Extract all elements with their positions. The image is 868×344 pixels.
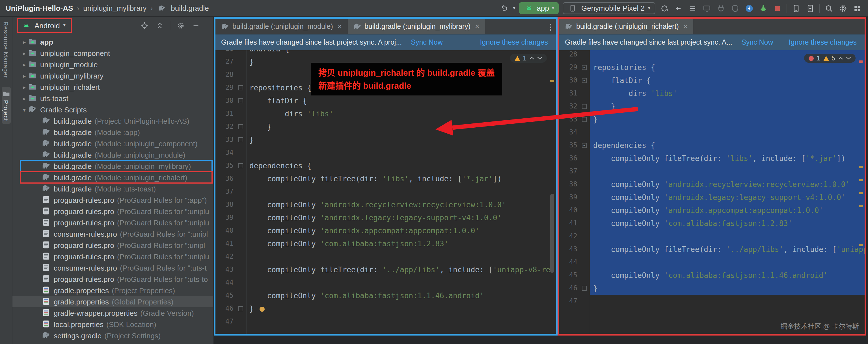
fold-gutter[interactable] <box>235 185 246 198</box>
code-text[interactable]: compileOnly 'com.alibaba:fastjson:1.1.46… <box>246 289 556 302</box>
resource-manager-tool-button[interactable]: Resource Manager <box>3 22 9 78</box>
tree-item-uniplugin-module[interactable]: ▸uniplugin_module <box>12 59 213 70</box>
line-number[interactable]: 42 <box>215 250 235 263</box>
close-tab-icon[interactable]: × <box>475 22 479 31</box>
fold-gutter[interactable] <box>579 256 590 269</box>
code-text[interactable]: compileOnly 'com.alibaba:fastjson:1.2.83… <box>246 237 556 250</box>
logcat-icon[interactable] <box>805 3 815 13</box>
fold-gutter[interactable] <box>579 282 590 295</box>
fold-gutter[interactable]: - <box>235 81 246 94</box>
sync-icon[interactable] <box>659 3 670 13</box>
fold-gutter[interactable] <box>235 211 246 224</box>
line-number[interactable]: 31 <box>559 87 579 100</box>
code-text[interactable]: } <box>590 113 865 126</box>
line-number[interactable]: 45 <box>215 289 235 302</box>
code-text[interactable] <box>590 126 865 139</box>
fold-gutter[interactable] <box>579 113 590 126</box>
fold-gutter[interactable] <box>235 107 246 120</box>
tree-item-proguard-rules-pro[interactable]: proguard-rules.pro(ProGuard Rules for ":… <box>12 217 213 228</box>
code-text[interactable]: compileOnly fileTree(dir: 'libs', includ… <box>246 172 556 185</box>
fold-gutter[interactable] <box>235 172 246 185</box>
tree-item-gradle-properties[interactable]: gradle.properties(Project Properties) <box>12 285 213 296</box>
line-number[interactable]: 45 <box>559 269 579 282</box>
line-number[interactable]: 32 <box>215 120 235 133</box>
fold-gutter[interactable] <box>579 191 590 204</box>
fold-gutter[interactable] <box>579 100 590 113</box>
fold-gutter[interactable] <box>235 68 246 81</box>
code-text[interactable]: compileOnly 'androidx.appcompat:appcompa… <box>590 204 865 217</box>
fold-gutter[interactable] <box>235 55 246 68</box>
code-text[interactable] <box>590 295 865 308</box>
gear-icon[interactable] <box>175 20 185 31</box>
code-text[interactable] <box>590 165 865 178</box>
code-text[interactable]: dirs 'libs' <box>590 87 865 100</box>
inspections-widget[interactable]: 1 <box>510 54 547 63</box>
line-number[interactable]: 35 <box>559 139 579 152</box>
scrollbar-thumb[interactable] <box>550 194 554 273</box>
tree-item-gradle-properties[interactable]: gradle.properties(Global Properties) <box>12 296 213 307</box>
tree-item-uniplugin-richalert[interactable]: ▸uniplugin_richalert <box>12 81 213 93</box>
line-number[interactable]: 47 <box>215 315 235 328</box>
line-number[interactable]: 41 <box>559 217 579 230</box>
sync-now-link[interactable]: Sync Now <box>741 38 773 46</box>
tree-item-settings-gradle[interactable]: settings.gradle(Project Settings) <box>12 330 213 341</box>
tree-expand-icon[interactable]: ▸ <box>20 95 28 101</box>
line-number[interactable]: 29 <box>559 61 579 74</box>
tree-expand-icon[interactable]: ▾ <box>20 106 28 113</box>
code-text[interactable]: compileOnly 'com.alibaba:fastjson:1.1.46… <box>590 269 865 282</box>
shield-icon[interactable] <box>730 3 740 13</box>
code-text[interactable]: } <box>246 133 556 146</box>
fold-icon[interactable]: - <box>238 98 243 103</box>
tree-item-uts-toast[interactable]: ▸uts-toast <box>12 93 213 104</box>
line-number[interactable]: 34 <box>559 126 579 139</box>
fold-icon[interactable]: - <box>582 65 587 70</box>
code-text[interactable] <box>246 250 556 263</box>
fold-gutter[interactable]: - <box>235 159 246 172</box>
fold-icon[interactable]: - <box>238 163 243 168</box>
fold-gutter[interactable] <box>235 198 246 211</box>
notification-dot[interactable] <box>259 307 265 312</box>
plug-icon[interactable] <box>716 3 726 13</box>
locate-icon[interactable] <box>139 20 149 31</box>
line-number[interactable]: 38 <box>215 198 235 211</box>
editor-tab[interactable]: build.gradle (:uniplugin_richalert)× <box>559 19 693 34</box>
line-number[interactable]: 26 <box>215 50 235 55</box>
apply-changes-icon[interactable] <box>744 3 754 13</box>
code-text[interactable]: compileOnly 'com.alibaba:fastjson:1.2.83… <box>590 217 865 230</box>
code-text[interactable]: compileOnly 'androidx.recyclerview:recyc… <box>246 198 556 211</box>
device-manager-icon[interactable] <box>791 3 801 13</box>
tree-item-proguard-rules-pro[interactable]: proguard-rules.pro(ProGuard Rules for ":… <box>12 194 213 206</box>
code-text[interactable] <box>246 315 556 328</box>
fold-end-icon[interactable] <box>582 104 587 109</box>
tree-item-uniplugin-component[interactable]: ▸uniplugin_component <box>12 47 213 59</box>
tree-expand-icon[interactable]: ▸ <box>20 39 28 45</box>
code-text[interactable] <box>590 256 865 269</box>
code-text[interactable]: compileOnly 'androidx.appcompat:appcompa… <box>246 224 556 237</box>
fold-end-icon[interactable] <box>582 286 587 291</box>
fold-gutter[interactable]: - <box>579 74 590 87</box>
fold-gutter[interactable] <box>235 146 246 159</box>
scrollbar[interactable] <box>549 50 555 334</box>
fold-end-icon[interactable] <box>238 306 243 311</box>
fold-gutter[interactable] <box>235 263 246 276</box>
fold-gutter[interactable] <box>579 126 590 139</box>
tree-item-uniplugin-mylibrary[interactable]: ▸uniplugin_mylibrary <box>12 70 213 81</box>
line-number[interactable]: 42 <box>559 230 579 243</box>
warning-stripe-mark[interactable] <box>859 192 863 194</box>
code-text[interactable]: compileOnly fileTree(dir: 'libs', includ… <box>590 152 865 165</box>
close-tab-icon[interactable]: × <box>683 22 688 31</box>
code-text[interactable]: dirs 'libs' <box>246 107 556 120</box>
settings-icon[interactable] <box>838 3 848 13</box>
code-text[interactable]: } <box>590 100 865 113</box>
debug-icon[interactable] <box>758 3 769 13</box>
breadcrumb-file[interactable]: build.gradle <box>171 4 209 12</box>
device-selector[interactable]: Genymobile Pixel 2 ▾ <box>563 2 655 14</box>
breadcrumb-module[interactable]: uniplugin_mylibrary <box>83 4 147 12</box>
line-number[interactable]: 39 <box>215 211 235 224</box>
code-text[interactable] <box>246 185 556 198</box>
hide-panel-icon[interactable] <box>191 20 201 31</box>
fold-gutter[interactable] <box>235 302 246 315</box>
code-text[interactable]: dependencies { <box>590 139 865 152</box>
code-text[interactable]: compileOnly 'androidx.legacy:legacy-supp… <box>246 211 556 224</box>
tree-item-proguard-rules-pro[interactable]: proguard-rules.pro(ProGuard Rules for ":… <box>12 206 213 217</box>
